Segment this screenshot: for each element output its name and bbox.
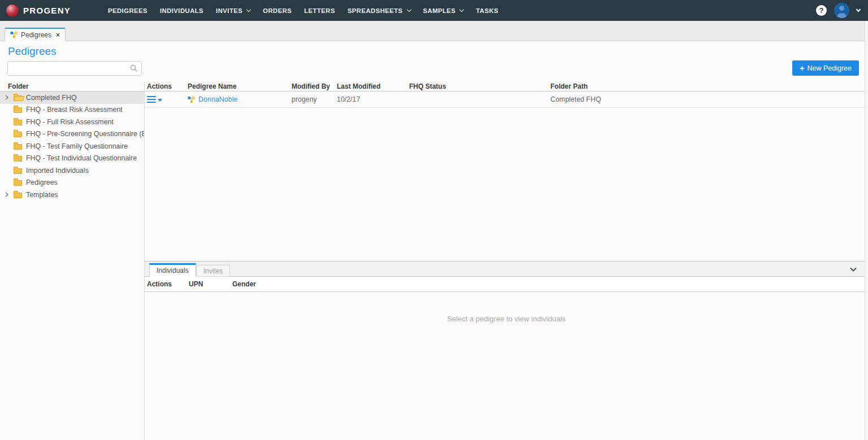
folder-icon bbox=[14, 156, 22, 162]
folder-tree-item[interactable]: FHQ - Test Individual Questionnaire bbox=[0, 153, 144, 165]
folder-tree-item[interactable]: FHQ - Test Family Questionnaire bbox=[0, 140, 144, 153]
app-window: PROGENY PEDIGREES INDIVIDUALS INVITES OR… bbox=[0, 0, 868, 440]
nav-item[interactable]: TASKS bbox=[470, 0, 505, 21]
help-icon[interactable]: ? bbox=[816, 5, 827, 16]
folder-tree-item[interactable]: Imported Individuals bbox=[0, 164, 144, 177]
user-avatar[interactable] bbox=[834, 3, 849, 18]
chevron-down-icon bbox=[246, 7, 251, 11]
folder-tree-item[interactable]: FHQ - Full Risk Assessment bbox=[0, 116, 144, 128]
nav-item-label: SPREADSHEETS bbox=[348, 7, 403, 14]
modified-by-cell: progeny bbox=[292, 95, 337, 103]
document-tab-strip: Pedigrees × bbox=[0, 21, 868, 41]
top-nav: PROGENY PEDIGREES INDIVIDUALS INVITES OR… bbox=[0, 0, 868, 21]
page-title: Pedigrees bbox=[8, 45, 57, 58]
bottom-tab[interactable]: Invites bbox=[196, 265, 231, 277]
bottom-tab-label: Individuals bbox=[157, 267, 189, 275]
nav-item[interactable]: INDIVIDUALS bbox=[154, 0, 210, 21]
folder-icon bbox=[14, 180, 22, 186]
user-menu-chevron-icon[interactable] bbox=[856, 7, 861, 11]
col-folder-path: Folder Path bbox=[550, 82, 868, 92]
bottom-tab[interactable]: Individuals bbox=[149, 263, 196, 277]
folder-label: Completed FHQ bbox=[26, 94, 77, 102]
individuals-table-header: Actions UPN Gender bbox=[145, 277, 868, 292]
folder-label: FHQ - Test Family Questionnaire bbox=[26, 142, 128, 150]
folder-label: Templates bbox=[26, 191, 58, 199]
nav-item[interactable]: INVITES bbox=[210, 0, 257, 21]
collapse-chevron-icon[interactable] bbox=[849, 265, 858, 274]
folder-icon bbox=[14, 120, 22, 125]
expand-chevron-icon[interactable] bbox=[5, 192, 9, 197]
col-pedigree-name: Pedigree Name bbox=[188, 82, 292, 92]
folder-icon bbox=[14, 168, 22, 174]
folder-label: Imported Individuals bbox=[26, 167, 89, 175]
tab-pedigrees[interactable]: Pedigrees × bbox=[5, 28, 66, 41]
col-gender: Gender bbox=[232, 277, 868, 292]
col-modified-by: Modified By bbox=[292, 82, 337, 92]
folder-tree-item[interactable]: FHQ - Pre-Screening Questionnaire (Bre..… bbox=[0, 128, 144, 141]
nav-menu: PEDIGREES INDIVIDUALS INVITES ORDERS LET… bbox=[102, 0, 505, 21]
folder-tree-header: Folder bbox=[0, 82, 144, 92]
empty-state-message: Select a pedigree to view individuals bbox=[145, 315, 868, 323]
bottom-tab-label: Invites bbox=[203, 267, 223, 275]
folder-label: FHQ - Full Risk Assessment bbox=[26, 118, 114, 126]
pedigree-table-body: DonnaNoble progeny 10/2/17 Completed FHQ bbox=[145, 92, 868, 108]
col-last-modified: Last Modified bbox=[337, 82, 409, 92]
folder-icon bbox=[14, 144, 22, 150]
folder-tree-panel: Folder Completed FHQ bbox=[0, 82, 145, 440]
nav-item-label: LETTERS bbox=[304, 7, 335, 14]
brand-logo[interactable]: PROGENY bbox=[0, 5, 102, 17]
expand-chevron-icon[interactable] bbox=[5, 95, 9, 100]
nav-right: ? bbox=[816, 3, 868, 18]
search-input[interactable] bbox=[7, 61, 142, 76]
nav-item-label: INDIVIDUALS bbox=[160, 7, 203, 14]
plus-icon: + bbox=[800, 64, 804, 73]
folder-icon bbox=[14, 95, 22, 101]
pedigree-icon bbox=[10, 31, 18, 38]
folder-label: FHQ - Breast Risk Assessment bbox=[26, 106, 123, 114]
folder-icon bbox=[14, 132, 22, 137]
pedigree-icon bbox=[188, 96, 195, 103]
main-panel: Actions Pedigree Name Modified By Last M… bbox=[145, 82, 868, 440]
nav-item-label: SAMPLES bbox=[423, 7, 456, 14]
individuals-panel: Individuals Invites Actions UPN Gender S… bbox=[145, 261, 868, 440]
folder-icon bbox=[14, 107, 22, 113]
folder-tree: Completed FHQ FHQ - Breast Risk Assessme… bbox=[0, 92, 144, 201]
nav-item[interactable]: SAMPLES bbox=[417, 0, 470, 21]
dropdown-caret-icon bbox=[158, 99, 162, 102]
col-fhq-status: FHQ Status bbox=[409, 82, 550, 92]
new-pedigree-label: New Pedigree bbox=[807, 64, 852, 72]
nav-item[interactable]: PEDIGREES bbox=[102, 0, 154, 21]
nav-item[interactable]: SPREADSHEETS bbox=[341, 0, 417, 21]
pedigree-name-link[interactable]: DonnaNoble bbox=[198, 95, 238, 103]
col-actions: Actions bbox=[147, 277, 189, 292]
search-box bbox=[7, 61, 142, 76]
table-row: DonnaNoble progeny 10/2/17 Completed FHQ bbox=[145, 92, 868, 108]
folder-label: Pedigrees bbox=[26, 178, 58, 186]
col-upn: UPN bbox=[189, 277, 232, 292]
folder-tree-item[interactable]: Templates bbox=[0, 189, 144, 201]
nav-item-label: PEDIGREES bbox=[108, 7, 147, 14]
nav-item-label: ORDERS bbox=[263, 7, 292, 14]
chevron-down-icon bbox=[406, 7, 411, 11]
pedigree-table: Actions Pedigree Name Modified By Last M… bbox=[145, 82, 868, 261]
bottom-tabs-bar: Individuals Invites bbox=[145, 262, 868, 277]
close-icon[interactable]: × bbox=[56, 31, 60, 39]
folder-tree-item[interactable]: FHQ - Breast Risk Assessment bbox=[0, 104, 144, 116]
folder-label: FHQ - Test Individual Questionnaire bbox=[26, 154, 137, 162]
search-icon bbox=[130, 64, 138, 72]
row-actions-menu[interactable] bbox=[147, 96, 162, 103]
new-pedigree-button[interactable]: + New Pedigree bbox=[792, 60, 859, 76]
col-actions: Actions bbox=[147, 82, 188, 92]
folder-tree-item[interactable]: Completed FHQ bbox=[0, 92, 144, 104]
chevron-down-icon bbox=[459, 7, 464, 11]
nav-item[interactable]: ORDERS bbox=[257, 0, 298, 21]
progeny-sphere-icon bbox=[6, 5, 19, 17]
folder-icon bbox=[14, 193, 22, 198]
last-modified-cell: 10/2/17 bbox=[337, 95, 409, 103]
folder-tree-item[interactable]: Pedigrees bbox=[0, 177, 144, 189]
nav-item[interactable]: LETTERS bbox=[298, 0, 341, 21]
vertical-scrollbar[interactable] bbox=[865, 21, 868, 440]
workspace: Folder Completed FHQ bbox=[0, 82, 868, 440]
individuals-table-body: Select a pedigree to view individuals bbox=[145, 292, 868, 440]
nav-item-label: TASKS bbox=[476, 7, 498, 14]
